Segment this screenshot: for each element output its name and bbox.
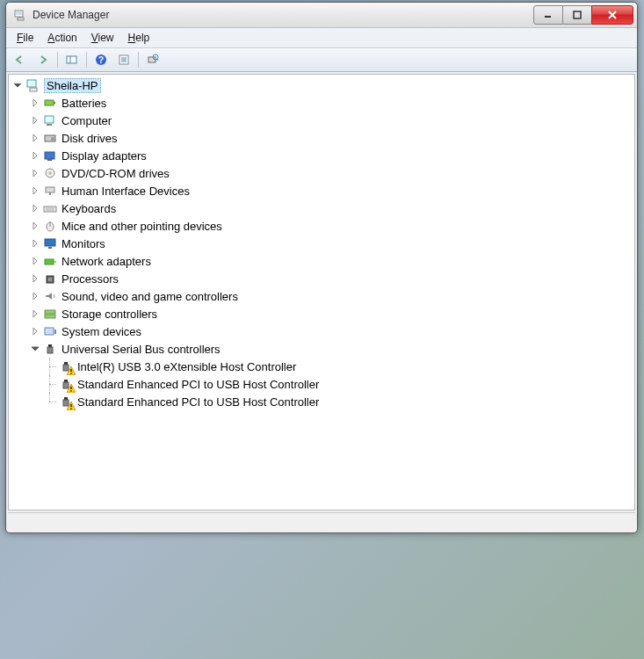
expand-icon[interactable] (30, 168, 40, 178)
expand-icon[interactable] (30, 291, 40, 301)
category-row[interactable]: Sound, video and game controllers (11, 287, 633, 305)
titlebar[interactable]: Device Manager (6, 3, 637, 28)
category-row[interactable]: Disk drives (11, 129, 633, 147)
svg-rect-43 (45, 328, 54, 335)
category-row[interactable]: System devices (11, 322, 633, 340)
category-icon (42, 289, 58, 303)
svg-point-50 (70, 373, 72, 374)
svg-rect-46 (47, 347, 53, 353)
properties-button[interactable] (113, 50, 134, 69)
menu-action[interactable]: Action (40, 30, 83, 46)
category-icon (42, 166, 58, 180)
forward-button[interactable] (33, 50, 54, 69)
collapse-icon[interactable] (12, 80, 23, 91)
expand-icon[interactable] (30, 273, 40, 284)
svg-rect-20 (45, 116, 54, 123)
svg-point-27 (49, 172, 52, 175)
category-label: Monitors (62, 237, 105, 250)
category-row[interactable]: DVD/CD-ROM drives (11, 164, 633, 182)
scan-hardware-button[interactable] (142, 50, 163, 69)
collapse-icon[interactable] (30, 344, 40, 354)
toolbar: ? (6, 48, 637, 72)
statusbar (8, 512, 635, 531)
svg-rect-40 (48, 278, 52, 281)
category-row[interactable]: Universal Serial Bus controllers (11, 340, 633, 358)
category-row[interactable]: Mice and other pointing devices (11, 217, 633, 235)
category-icon (42, 113, 58, 127)
category-label: Network adapters (62, 255, 151, 268)
category-label: Disk drives (62, 132, 118, 145)
expand-icon[interactable] (30, 150, 40, 161)
window-controls (534, 5, 633, 25)
category-row[interactable]: Computer (11, 112, 633, 129)
category-icon (42, 96, 58, 110)
menu-view[interactable]: View (84, 30, 121, 46)
expand-icon[interactable] (30, 326, 40, 337)
category-icon (42, 148, 58, 163)
expand-icon[interactable] (30, 308, 40, 319)
svg-rect-16 (27, 80, 36, 87)
back-button[interactable] (10, 50, 31, 69)
svg-rect-5 (67, 56, 76, 63)
svg-rect-19 (54, 102, 55, 104)
svg-rect-36 (48, 247, 52, 249)
svg-point-23 (51, 137, 54, 141)
usb-device-warning-icon (58, 395, 74, 409)
category-row[interactable]: Keyboards (11, 199, 633, 217)
category-label: Batteries (62, 97, 106, 110)
expand-icon[interactable] (30, 221, 40, 231)
svg-rect-42 (45, 315, 55, 318)
separator (138, 52, 139, 68)
category-row[interactable]: Processors (11, 270, 633, 287)
svg-rect-17 (30, 88, 37, 91)
device-tree[interactable]: Sheila-HP BatteriesComputerDisk drivesDi… (8, 74, 635, 511)
expand-icon[interactable] (30, 203, 40, 214)
expand-icon[interactable] (30, 133, 40, 143)
device-row[interactable]: Intel(R) USB 3.0 eXtensible Host Control… (11, 358, 633, 375)
svg-rect-41 (45, 310, 55, 314)
minimize-button[interactable] (533, 5, 563, 25)
window-title: Device Manager (33, 9, 534, 21)
category-row[interactable]: Human Interface Devices (11, 182, 633, 199)
category-row[interactable]: Storage controllers (11, 305, 633, 322)
category-label: DVD/CD-ROM drives (62, 167, 170, 180)
separator (57, 52, 58, 68)
computer-icon (25, 78, 40, 92)
category-row[interactable]: Batteries (11, 94, 633, 112)
category-row[interactable]: Monitors (11, 235, 633, 252)
expand-icon[interactable] (30, 256, 40, 266)
svg-point-58 (70, 408, 72, 409)
svg-rect-24 (45, 152, 54, 159)
svg-rect-18 (45, 100, 54, 105)
expand-icon[interactable] (30, 115, 40, 126)
menubar: File Action View Help (6, 28, 637, 48)
category-icon (42, 201, 58, 215)
category-row[interactable]: Display adapters (11, 147, 633, 164)
category-row[interactable]: Network adapters (11, 252, 633, 270)
menu-file[interactable]: File (10, 30, 40, 46)
category-icon (42, 324, 58, 338)
tree-root[interactable]: Sheila-HP (11, 76, 633, 94)
expand-icon[interactable] (30, 98, 40, 108)
category-icon (42, 219, 58, 233)
usb-device-warning-icon (58, 377, 74, 391)
device-row[interactable]: Standard Enhanced PCI to USB Host Contro… (11, 393, 633, 410)
device-manager-window: Device Manager File Action View Help (5, 2, 638, 533)
maximize-button[interactable] (562, 5, 592, 25)
close-button[interactable] (591, 5, 633, 25)
category-icon (42, 236, 58, 250)
menu-help[interactable]: Help (121, 30, 157, 46)
expand-icon[interactable] (30, 185, 40, 196)
category-icon (42, 272, 58, 286)
category-label: System devices (62, 325, 141, 338)
device-row[interactable]: Standard Enhanced PCI to USB Host Contro… (11, 375, 633, 393)
device-label: Standard Enhanced PCI to USB Host Contro… (77, 395, 319, 409)
svg-rect-1 (16, 11, 22, 15)
help-button[interactable]: ? (90, 50, 112, 69)
expand-icon[interactable] (30, 238, 40, 249)
category-label: Sound, video and game controllers (62, 290, 238, 303)
category-label: Computer (62, 114, 112, 127)
svg-rect-30 (44, 206, 56, 212)
category-icon (42, 342, 58, 356)
show-hide-console-button[interactable] (62, 50, 83, 69)
